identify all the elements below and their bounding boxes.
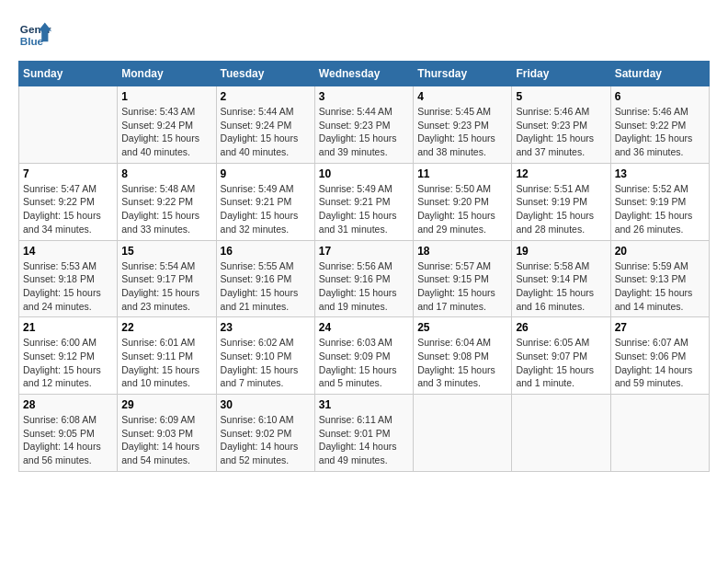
calendar-cell: 14Sunrise: 5:53 AM Sunset: 9:18 PM Dayli… bbox=[19, 240, 118, 317]
calendar-cell: 13Sunrise: 5:52 AM Sunset: 9:19 PM Dayli… bbox=[610, 163, 709, 240]
day-number: 25 bbox=[417, 321, 507, 334]
weekday-header-tuesday: Tuesday bbox=[216, 62, 314, 86]
day-number: 30 bbox=[221, 398, 311, 411]
calendar-cell: 30Sunrise: 6:10 AM Sunset: 9:02 PM Dayli… bbox=[216, 395, 314, 472]
day-detail: Sunrise: 6:03 AM Sunset: 9:09 PM Dayligh… bbox=[319, 336, 409, 390]
calendar-cell: 8Sunrise: 5:48 AM Sunset: 9:22 PM Daylig… bbox=[118, 163, 216, 240]
day-number: 4 bbox=[417, 90, 507, 103]
calendar-cell: 22Sunrise: 6:01 AM Sunset: 9:11 PM Dayli… bbox=[118, 317, 216, 395]
calendar-cell: 1Sunrise: 5:43 AM Sunset: 9:24 PM Daylig… bbox=[118, 86, 216, 164]
svg-text:Blue: Blue bbox=[20, 35, 44, 47]
day-detail: Sunrise: 5:53 AM Sunset: 9:18 PM Dayligh… bbox=[23, 259, 113, 314]
calendar-cell: 10Sunrise: 5:49 AM Sunset: 9:21 PM Dayli… bbox=[314, 163, 413, 240]
day-number: 13 bbox=[615, 167, 705, 180]
day-number: 11 bbox=[417, 167, 507, 180]
day-detail: Sunrise: 6:05 AM Sunset: 9:07 PM Dayligh… bbox=[516, 336, 606, 390]
day-detail: Sunrise: 5:57 AM Sunset: 9:15 PM Dayligh… bbox=[417, 259, 507, 314]
calendar-cell: 7Sunrise: 5:47 AM Sunset: 9:22 PM Daylig… bbox=[19, 163, 118, 240]
week-row-3: 21Sunrise: 6:00 AM Sunset: 9:12 PM Dayli… bbox=[19, 317, 710, 395]
day-number: 7 bbox=[23, 167, 113, 180]
calendar-cell: 3Sunrise: 5:44 AM Sunset: 9:23 PM Daylig… bbox=[314, 86, 413, 164]
weekday-header-wednesday: Wednesday bbox=[314, 62, 413, 86]
week-row-0: 1Sunrise: 5:43 AM Sunset: 9:24 PM Daylig… bbox=[19, 86, 710, 164]
day-number: 20 bbox=[615, 245, 705, 258]
day-detail: Sunrise: 5:49 AM Sunset: 9:21 PM Dayligh… bbox=[319, 182, 409, 236]
calendar-cell bbox=[19, 86, 118, 164]
day-number: 27 bbox=[615, 321, 705, 334]
day-detail: Sunrise: 5:47 AM Sunset: 9:22 PM Dayligh… bbox=[23, 182, 113, 236]
calendar-cell: 5Sunrise: 5:46 AM Sunset: 9:23 PM Daylig… bbox=[512, 86, 610, 164]
day-detail: Sunrise: 6:04 AM Sunset: 9:08 PM Dayligh… bbox=[417, 336, 507, 390]
day-number: 31 bbox=[319, 398, 409, 411]
calendar-cell: 11Sunrise: 5:50 AM Sunset: 9:20 PM Dayli… bbox=[414, 163, 512, 240]
calendar-cell: 27Sunrise: 6:07 AM Sunset: 9:06 PM Dayli… bbox=[610, 317, 709, 395]
day-detail: Sunrise: 6:00 AM Sunset: 9:12 PM Dayligh… bbox=[23, 336, 113, 390]
day-number: 12 bbox=[516, 167, 606, 180]
weekday-header-saturday: Saturday bbox=[610, 62, 709, 86]
day-number: 24 bbox=[319, 321, 409, 334]
day-detail: Sunrise: 5:59 AM Sunset: 9:13 PM Dayligh… bbox=[615, 259, 705, 314]
day-number: 15 bbox=[121, 245, 211, 258]
day-detail: Sunrise: 6:02 AM Sunset: 9:10 PM Dayligh… bbox=[221, 336, 311, 390]
day-detail: Sunrise: 5:48 AM Sunset: 9:22 PM Dayligh… bbox=[121, 182, 211, 236]
week-row-4: 28Sunrise: 6:08 AM Sunset: 9:05 PM Dayli… bbox=[19, 395, 710, 472]
day-detail: Sunrise: 5:50 AM Sunset: 9:20 PM Dayligh… bbox=[417, 182, 507, 236]
day-number: 5 bbox=[516, 90, 606, 103]
day-number: 6 bbox=[615, 90, 705, 103]
calendar-cell: 28Sunrise: 6:08 AM Sunset: 9:05 PM Dayli… bbox=[19, 395, 118, 472]
day-number: 1 bbox=[121, 90, 211, 103]
day-number: 3 bbox=[319, 90, 409, 103]
day-detail: Sunrise: 5:49 AM Sunset: 9:21 PM Dayligh… bbox=[221, 182, 311, 236]
calendar-cell: 19Sunrise: 5:58 AM Sunset: 9:14 PM Dayli… bbox=[512, 240, 610, 317]
weekday-header-row: SundayMondayTuesdayWednesdayThursdayFrid… bbox=[19, 62, 710, 86]
calendar-cell: 20Sunrise: 5:59 AM Sunset: 9:13 PM Dayli… bbox=[610, 240, 709, 317]
week-row-1: 7Sunrise: 5:47 AM Sunset: 9:22 PM Daylig… bbox=[19, 163, 710, 240]
day-detail: Sunrise: 6:10 AM Sunset: 9:02 PM Dayligh… bbox=[221, 413, 311, 467]
day-detail: Sunrise: 6:07 AM Sunset: 9:06 PM Dayligh… bbox=[615, 336, 705, 390]
day-number: 23 bbox=[221, 321, 311, 334]
day-number: 19 bbox=[516, 245, 606, 258]
day-number: 22 bbox=[121, 321, 211, 334]
day-number: 10 bbox=[319, 167, 409, 180]
calendar-cell: 31Sunrise: 6:11 AM Sunset: 9:01 PM Dayli… bbox=[314, 395, 413, 472]
calendar-cell: 17Sunrise: 5:56 AM Sunset: 9:16 PM Dayli… bbox=[314, 240, 413, 317]
calendar-cell: 15Sunrise: 5:54 AM Sunset: 9:17 PM Dayli… bbox=[118, 240, 216, 317]
day-number: 2 bbox=[221, 90, 311, 103]
calendar-cell: 24Sunrise: 6:03 AM Sunset: 9:09 PM Dayli… bbox=[314, 317, 413, 395]
calendar-cell: 18Sunrise: 5:57 AM Sunset: 9:15 PM Dayli… bbox=[414, 240, 512, 317]
weekday-header-monday: Monday bbox=[118, 62, 216, 86]
day-number: 18 bbox=[417, 245, 507, 258]
calendar-cell: 21Sunrise: 6:00 AM Sunset: 9:12 PM Dayli… bbox=[19, 317, 118, 395]
day-detail: Sunrise: 6:08 AM Sunset: 9:05 PM Dayligh… bbox=[23, 413, 113, 467]
calendar-table: SundayMondayTuesdayWednesdayThursdayFrid… bbox=[18, 61, 710, 472]
day-detail: Sunrise: 5:46 AM Sunset: 9:22 PM Dayligh… bbox=[615, 105, 705, 159]
day-detail: Sunrise: 5:46 AM Sunset: 9:23 PM Dayligh… bbox=[516, 105, 606, 159]
day-number: 29 bbox=[121, 398, 211, 411]
calendar-cell: 2Sunrise: 5:44 AM Sunset: 9:24 PM Daylig… bbox=[216, 86, 314, 164]
calendar-cell: 25Sunrise: 6:04 AM Sunset: 9:08 PM Dayli… bbox=[414, 317, 512, 395]
day-detail: Sunrise: 5:55 AM Sunset: 9:16 PM Dayligh… bbox=[221, 259, 311, 314]
day-number: 8 bbox=[121, 167, 211, 180]
day-detail: Sunrise: 5:45 AM Sunset: 9:23 PM Dayligh… bbox=[417, 105, 507, 159]
calendar-cell: 4Sunrise: 5:45 AM Sunset: 9:23 PM Daylig… bbox=[414, 86, 512, 164]
day-detail: Sunrise: 5:58 AM Sunset: 9:14 PM Dayligh… bbox=[516, 259, 606, 314]
week-row-2: 14Sunrise: 5:53 AM Sunset: 9:18 PM Dayli… bbox=[19, 240, 710, 317]
day-number: 28 bbox=[23, 398, 113, 411]
calendar-cell bbox=[512, 395, 610, 472]
day-detail: Sunrise: 5:51 AM Sunset: 9:19 PM Dayligh… bbox=[516, 182, 606, 236]
calendar-cell: 6Sunrise: 5:46 AM Sunset: 9:22 PM Daylig… bbox=[610, 86, 709, 164]
day-number: 9 bbox=[221, 167, 311, 180]
weekday-header-thursday: Thursday bbox=[414, 62, 512, 86]
day-detail: Sunrise: 5:56 AM Sunset: 9:16 PM Dayligh… bbox=[319, 259, 409, 314]
calendar-cell bbox=[414, 395, 512, 472]
calendar-cell: 29Sunrise: 6:09 AM Sunset: 9:03 PM Dayli… bbox=[118, 395, 216, 472]
day-detail: Sunrise: 5:52 AM Sunset: 9:19 PM Dayligh… bbox=[615, 182, 705, 236]
day-detail: Sunrise: 5:54 AM Sunset: 9:17 PM Dayligh… bbox=[121, 259, 211, 314]
day-number: 21 bbox=[23, 321, 113, 334]
day-detail: Sunrise: 5:44 AM Sunset: 9:23 PM Dayligh… bbox=[319, 105, 409, 159]
day-detail: Sunrise: 6:01 AM Sunset: 9:11 PM Dayligh… bbox=[121, 336, 211, 390]
weekday-header-sunday: Sunday bbox=[19, 62, 118, 86]
day-detail: Sunrise: 5:44 AM Sunset: 9:24 PM Dayligh… bbox=[221, 105, 311, 159]
day-number: 26 bbox=[516, 321, 606, 334]
calendar-cell: 26Sunrise: 6:05 AM Sunset: 9:07 PM Dayli… bbox=[512, 317, 610, 395]
